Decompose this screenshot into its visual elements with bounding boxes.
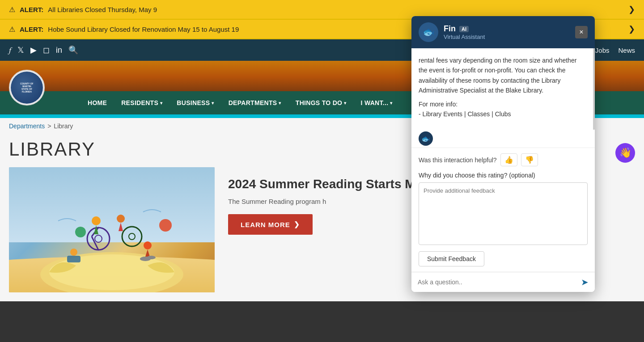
nav-label-i-want: I WANT... bbox=[361, 99, 389, 106]
nav-item-business[interactable]: BUSINESS ▾ bbox=[169, 91, 221, 114]
chatbot-name: Fin bbox=[444, 24, 456, 34]
svg-point-12 bbox=[144, 241, 152, 249]
chatbot-input-area: ➤ bbox=[411, 272, 595, 292]
chatbot-messages[interactable]: rental fees vary depending on the room s… bbox=[411, 48, 595, 130]
search-icon[interactable]: 🔍 bbox=[68, 45, 78, 55]
linkedin-icon[interactable]: in bbox=[56, 46, 62, 55]
breadcrumb-library: Library bbox=[54, 122, 73, 130]
learn-more-button[interactable]: LEARN MORE ❯ bbox=[228, 214, 313, 235]
nav-item-i-want[interactable]: I WANT... ▾ bbox=[354, 91, 400, 114]
wave-icon: 👋 bbox=[619, 147, 631, 159]
nav-chevron-business: ▾ bbox=[212, 101, 214, 106]
nav-item-things-to-do[interactable]: THINGS TO DO ▾ bbox=[288, 91, 354, 114]
jobs-link[interactable]: Jobs bbox=[595, 46, 610, 54]
svg-point-6 bbox=[92, 216, 101, 225]
svg-point-8 bbox=[129, 233, 135, 240]
send-button[interactable]: ➤ bbox=[581, 277, 589, 287]
nav-label-departments: DEPARTMENTS bbox=[229, 99, 277, 106]
nav-item-home[interactable]: HOME bbox=[80, 91, 114, 114]
content-image bbox=[9, 167, 215, 292]
feedback-section: Why did you choose this rating? (optiona… bbox=[411, 172, 595, 272]
svg-point-16 bbox=[75, 227, 86, 237]
social-icons: 𝑓 𝕏 ▶ ◻ in 🔍 bbox=[9, 45, 78, 55]
nav-chevron-i-want: ▾ bbox=[390, 101, 392, 106]
alert-label-2: ALERT: bbox=[20, 25, 43, 33]
alert-message-1: All Libraries Closed Thursday, May 9 bbox=[48, 6, 157, 13]
support-icon[interactable]: 👋 bbox=[615, 143, 635, 163]
learn-more-label: LEARN MORE bbox=[241, 221, 290, 228]
thumbs-up-button[interactable]: 👍 bbox=[500, 153, 517, 166]
chatbot-small-fish-icon: 🐟 bbox=[421, 135, 430, 143]
nav-item-residents[interactable]: RESIDENTS ▾ bbox=[114, 91, 169, 114]
ai-badge: AI bbox=[459, 26, 469, 32]
nav-label-business: BUSINESS bbox=[177, 99, 210, 106]
logo-inner: COUNTY OFMARTINSTATE OFFLORIDA bbox=[11, 72, 43, 104]
logo-area: COUNTY OFMARTINSTATE OFFLORIDA bbox=[9, 70, 45, 106]
svg-point-10 bbox=[70, 249, 77, 256]
chatbot-small-avatar: 🐟 bbox=[419, 131, 433, 146]
chatbot-header: 🐟 Fin AI Virtual Assistant × bbox=[411, 16, 595, 48]
alert-icon-1: ⚠ bbox=[9, 5, 15, 14]
svg-rect-11 bbox=[67, 256, 80, 262]
learn-more-arrow: ❯ bbox=[294, 220, 300, 228]
alert-label-1: ALERT: bbox=[20, 6, 43, 13]
nav-chevron-things-to-do: ▾ bbox=[344, 101, 346, 106]
thumbs-down-button[interactable]: 👎 bbox=[521, 153, 538, 166]
chatbot-subtitle: Virtual Assistant bbox=[444, 34, 485, 40]
youtube-icon[interactable]: ▶ bbox=[30, 45, 37, 55]
facebook-icon[interactable]: 𝑓 bbox=[9, 46, 11, 55]
alert-expand-2[interactable]: ❯ bbox=[628, 24, 635, 34]
seal-text: COUNTY OFMARTINSTATE OFFLORIDA bbox=[20, 82, 33, 93]
svg-point-7 bbox=[122, 227, 142, 246]
svg-point-3 bbox=[95, 235, 102, 242]
summer-illustration bbox=[9, 167, 215, 292]
feedback-label: Why did you choose this rating? (optiona… bbox=[419, 172, 588, 179]
chatbot-message-text: rental fees vary depending on the room s… bbox=[419, 55, 586, 96]
svg-point-2 bbox=[87, 228, 110, 250]
nav-label-things-to-do: THINGS TO DO bbox=[296, 99, 342, 106]
breadcrumb-separator: > bbox=[47, 122, 51, 130]
chatbot-close-button[interactable]: × bbox=[575, 26, 588, 38]
logo: COUNTY OFMARTINSTATE OFFLORIDA bbox=[9, 70, 45, 106]
summer-reading-image bbox=[9, 167, 215, 292]
twitter-x-icon[interactable]: 𝕏 bbox=[17, 45, 24, 55]
chatbot-avatar: 🐟 bbox=[419, 22, 438, 42]
svg-point-14 bbox=[147, 256, 156, 259]
news-link[interactable]: News bbox=[618, 46, 635, 54]
chatbot-message-avatar-row: 🐟 bbox=[411, 130, 595, 148]
nav-item-departments[interactable]: DEPARTMENTS ▾ bbox=[221, 91, 288, 114]
submit-feedback-button[interactable]: Submit Feedback bbox=[419, 251, 484, 266]
breadcrumb-departments[interactable]: Departments bbox=[9, 122, 45, 130]
chatbot-info: Fin AI Virtual Assistant bbox=[444, 24, 485, 40]
instagram-icon[interactable]: ◻ bbox=[43, 45, 50, 55]
helpful-label: Was this interaction helpful? bbox=[419, 156, 497, 164]
helpful-section: Was this interaction helpful? 👍 👎 bbox=[411, 148, 595, 172]
chatbot-message-more-info: For more info:- Library Events | Classes… bbox=[419, 99, 586, 119]
alert-icon-2: ⚠ bbox=[9, 25, 15, 34]
svg-point-15 bbox=[159, 219, 172, 232]
feedback-textarea[interactable] bbox=[419, 182, 588, 245]
chatbot-panel: 🐟 Fin AI Virtual Assistant × rental fees… bbox=[411, 16, 595, 292]
marlin-icon: 🐟 bbox=[423, 26, 435, 38]
nav-chevron-departments: ▾ bbox=[279, 101, 281, 106]
chatbot-input[interactable] bbox=[418, 279, 581, 286]
nav-label-residents: RESIDENTS bbox=[121, 99, 158, 106]
alert-expand-1[interactable]: ❯ bbox=[628, 4, 635, 14]
nav-chevron-residents: ▾ bbox=[160, 101, 162, 106]
ai-badge-label: AI bbox=[462, 26, 466, 32]
alert-message-2: Hobe Sound Library Closed for Renovation… bbox=[48, 25, 239, 33]
svg-point-9 bbox=[117, 215, 125, 223]
